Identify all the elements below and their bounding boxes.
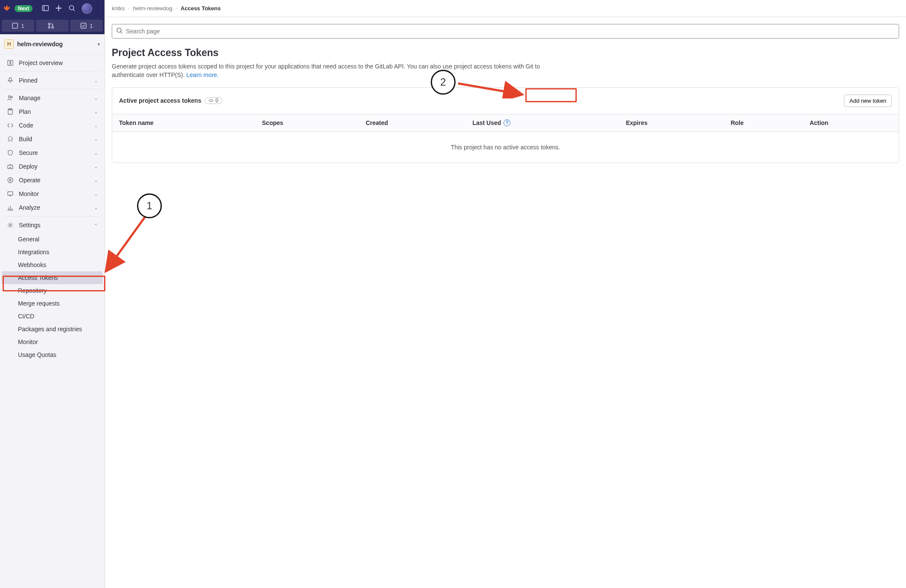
- nav-operate[interactable]: Operate ⌄: [2, 173, 103, 187]
- svg-point-16: [8, 178, 13, 183]
- nav-plan[interactable]: Plan ⌄: [2, 105, 103, 119]
- chevron-right-icon: ›: [176, 6, 177, 11]
- sidebar-toggle-icon[interactable]: [42, 5, 49, 13]
- learn-more-link[interactable]: Learn more.: [186, 71, 218, 78]
- svg-point-6: [52, 27, 54, 28]
- svg-rect-9: [8, 60, 10, 65]
- empty-state-row: This project has no active access tokens…: [112, 131, 899, 163]
- help-icon[interactable]: ?: [504, 119, 510, 126]
- chevron-right-icon: ›: [128, 6, 129, 11]
- sub-webhooks[interactable]: Webhooks: [2, 258, 103, 271]
- project-name: helm-reviewdog: [17, 41, 94, 48]
- todos-counter[interactable]: 1: [70, 20, 103, 32]
- chevron-down-icon: ⌄: [94, 205, 98, 210]
- add-new-token-button[interactable]: Add new token: [844, 95, 892, 107]
- chevron-down-icon: ⌄: [94, 151, 98, 155]
- sidebar-counters: 1 1: [0, 17, 104, 34]
- chart-icon: [7, 204, 14, 211]
- tokens-card: Active project access tokens 0 Add new t…: [112, 87, 899, 163]
- col-created: Created: [359, 114, 465, 131]
- gitlab-logo-icon[interactable]: [3, 4, 10, 13]
- col-scopes: Scopes: [255, 114, 359, 131]
- chevron-up-icon: ⌄: [94, 223, 98, 228]
- nav-code[interactable]: Code ⌄: [2, 119, 103, 132]
- breadcrumb: kntks › helm-reviewdog › Access Tokens: [105, 0, 906, 17]
- nav-build[interactable]: Build ⌄: [2, 132, 103, 146]
- chevron-down-icon: ⌄: [94, 178, 98, 183]
- search-page: [112, 24, 899, 39]
- nav-settings[interactable]: Settings ⌄: [2, 218, 103, 232]
- search-icon: [116, 27, 123, 36]
- code-icon: [7, 122, 14, 129]
- nav-pinned[interactable]: Pinned ⌄: [2, 74, 103, 87]
- todos-count: 1: [89, 23, 92, 29]
- sidebar-nav: Project overview Pinned ⌄ Manage ⌄ Plan …: [0, 54, 104, 364]
- project-header[interactable]: H helm-reviewdog ▾: [0, 34, 104, 54]
- clipboard-icon: [7, 108, 14, 115]
- sub-usage-quotas[interactable]: Usage Quotas: [2, 348, 103, 361]
- chevron-down-icon: ⌄: [94, 96, 98, 101]
- sidebar: Next 1: [0, 0, 105, 588]
- main-content: kntks › helm-reviewdog › Access Tokens P…: [105, 0, 906, 588]
- empty-message: This project has no active access tokens…: [112, 131, 899, 163]
- sub-cicd[interactable]: CI/CD: [2, 310, 103, 323]
- user-avatar[interactable]: [82, 3, 92, 14]
- svg-point-5: [48, 23, 50, 25]
- issues-count: 1: [21, 23, 24, 29]
- nav-secure[interactable]: Secure ⌄: [2, 146, 103, 160]
- svg-point-19: [9, 224, 11, 226]
- issues-counter[interactable]: 1: [2, 20, 34, 32]
- project-icon: [7, 59, 14, 66]
- col-role: Role: [724, 114, 803, 131]
- deploy-icon: [7, 163, 14, 170]
- chevron-down-icon: ▾: [98, 42, 100, 47]
- pin-icon: [7, 77, 14, 84]
- merge-requests-counter[interactable]: [36, 20, 69, 32]
- sidebar-topbar: Next: [0, 0, 104, 17]
- svg-line-3: [73, 9, 75, 11]
- sub-repository[interactable]: Repository: [2, 284, 103, 297]
- svg-point-11: [9, 96, 11, 98]
- sub-packages[interactable]: Packages and registries: [2, 323, 103, 336]
- tokens-count-badge: 0: [205, 97, 222, 104]
- svg-rect-4: [12, 23, 18, 28]
- sub-general[interactable]: General: [2, 233, 103, 246]
- svg-point-12: [11, 96, 12, 98]
- svg-point-22: [209, 100, 213, 102]
- sub-monitor[interactable]: Monitor: [2, 336, 103, 348]
- search-icon[interactable]: [69, 5, 75, 13]
- svg-rect-0: [42, 6, 48, 11]
- table-header-row: Token name Scopes Created Last Used ? Ex…: [112, 114, 899, 131]
- breadcrumb-current: Access Tokens: [181, 5, 221, 12]
- search-input[interactable]: [112, 24, 899, 39]
- breadcrumb-project[interactable]: helm-reviewdog: [133, 5, 173, 12]
- sub-merge-requests[interactable]: Merge requests: [2, 297, 103, 310]
- nav-project-overview[interactable]: Project overview: [2, 56, 103, 70]
- col-action: Action: [803, 114, 899, 131]
- tokens-card-header: Active project access tokens 0 Add new t…: [112, 88, 899, 114]
- nav-deploy[interactable]: Deploy ⌄: [2, 160, 103, 173]
- nav-manage[interactable]: Manage ⌄: [2, 91, 103, 105]
- shield-icon: [7, 149, 14, 156]
- sub-access-tokens[interactable]: Access Tokens: [2, 271, 103, 284]
- col-last-used: Last Used ?: [465, 114, 619, 131]
- sub-integrations[interactable]: Integrations: [2, 246, 103, 258]
- rocket-icon: [7, 136, 14, 143]
- svg-line-21: [121, 32, 122, 33]
- operate-icon: [7, 177, 14, 184]
- svg-rect-18: [8, 192, 13, 195]
- svg-point-17: [9, 179, 11, 181]
- next-badge[interactable]: Next: [15, 5, 33, 12]
- breadcrumb-root[interactable]: kntks: [112, 5, 125, 12]
- page-description: Generate project access tokens scoped to…: [112, 62, 561, 80]
- nav-monitor[interactable]: Monitor ⌄: [2, 187, 103, 201]
- page-title: Project Access Tokens: [112, 47, 899, 59]
- nav-analyze[interactable]: Analyze ⌄: [2, 201, 103, 214]
- plus-icon[interactable]: [55, 5, 62, 13]
- chevron-down-icon: ⌄: [94, 78, 98, 83]
- chevron-down-icon: ⌄: [94, 164, 98, 169]
- col-expires: Expires: [619, 114, 724, 131]
- gear-icon: [7, 222, 14, 229]
- project-letter: H: [4, 39, 14, 49]
- chevron-down-icon: ⌄: [94, 110, 98, 114]
